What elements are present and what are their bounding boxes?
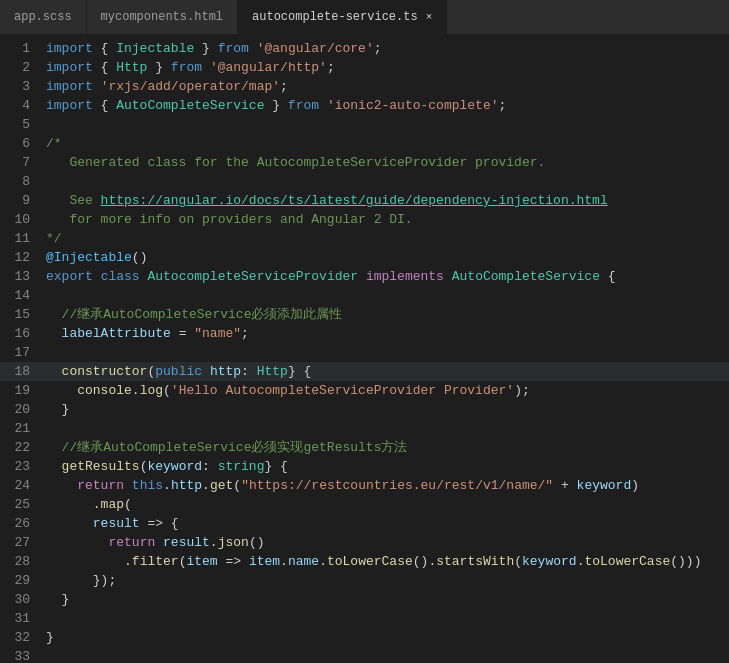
- line-content: [42, 115, 729, 134]
- token-var: keyword: [577, 478, 632, 493]
- tab-app-scss[interactable]: app.scss: [0, 0, 87, 34]
- token-cm: */: [46, 231, 62, 246]
- line-content: return result.json(): [42, 533, 729, 552]
- token-var: item: [249, 554, 280, 569]
- token-plain: +: [553, 478, 576, 493]
- code-line: 3import 'rxjs/add/operator/map';: [0, 77, 729, 96]
- token-plain: [46, 383, 77, 398]
- code-line: 26 result => {: [0, 514, 729, 533]
- token-plain: });: [46, 573, 116, 588]
- token-plain: [319, 98, 327, 113]
- code-line: 17: [0, 343, 729, 362]
- token-plain: .: [46, 554, 132, 569]
- token-plain: =: [171, 326, 194, 341]
- line-content: [42, 609, 729, 628]
- code-line: 14: [0, 286, 729, 305]
- token-kw: import: [46, 98, 93, 113]
- token-plain: (: [514, 554, 522, 569]
- token-plain: ())): [670, 554, 701, 569]
- line-number: 5: [0, 115, 42, 134]
- code-line: 8: [0, 172, 729, 191]
- tab-label: autocomplete-service.ts: [252, 10, 418, 24]
- line-number: 31: [0, 609, 42, 628]
- token-plain: [93, 269, 101, 284]
- line-number: 33: [0, 647, 42, 663]
- token-method: json: [218, 535, 249, 550]
- line-content: [42, 343, 729, 362]
- tabs-bar: app.scssmycomponents.htmlautocomplete-se…: [0, 0, 729, 35]
- token-plain: ;: [241, 326, 249, 341]
- token-plain: => {: [140, 516, 179, 531]
- token-method: startsWith: [436, 554, 514, 569]
- token-plain: [46, 516, 93, 531]
- token-prop: http: [171, 478, 202, 493]
- token-str: '@angular/http': [210, 60, 327, 75]
- token-kw: class: [101, 269, 140, 284]
- line-number: 27: [0, 533, 42, 552]
- token-plain: {: [93, 41, 116, 56]
- line-number: 23: [0, 457, 42, 476]
- code-line: 13export class AutocompleteServiceProvid…: [0, 267, 729, 286]
- line-number: 28: [0, 552, 42, 571]
- line-content: return this.http.get("https://restcountr…: [42, 476, 729, 495]
- line-number: 11: [0, 229, 42, 248]
- token-var: http: [210, 364, 241, 379]
- tab-close-button[interactable]: ×: [426, 11, 433, 23]
- token-plain: (: [233, 478, 241, 493]
- token-cm: Generated class for the AutocompleteServ…: [46, 155, 545, 170]
- token-fn: constructor: [62, 364, 148, 379]
- code-line: 23 getResults(keyword: string} {: [0, 457, 729, 476]
- code-line: 30 }: [0, 590, 729, 609]
- token-plain: [155, 535, 163, 550]
- token-method: toLowerCase: [584, 554, 670, 569]
- token-plain: }: [46, 402, 69, 417]
- token-plain: [46, 478, 77, 493]
- token-plain: } {: [264, 459, 287, 474]
- token-kw: import: [46, 41, 93, 56]
- token-method: filter: [132, 554, 179, 569]
- code-line: 11*/: [0, 229, 729, 248]
- token-plain: .: [210, 535, 218, 550]
- token-kw: public: [155, 364, 202, 379]
- line-content: labelAttribute = "name";: [42, 324, 729, 343]
- code-line: 18 constructor(public http: Http} {: [0, 362, 729, 381]
- line-number: 3: [0, 77, 42, 96]
- line-content: /*: [42, 134, 729, 153]
- token-str: 'ionic2-auto-complete': [327, 98, 499, 113]
- token-cm: //继承AutoCompleteService必须实现getResults方法: [46, 440, 407, 455]
- token-plain: [249, 41, 257, 56]
- code-line: 24 return this.http.get("https://restcou…: [0, 476, 729, 495]
- token-kw: this: [132, 478, 163, 493]
- token-var: keyword: [147, 459, 202, 474]
- code-line: 32}: [0, 628, 729, 647]
- token-kw: from: [288, 98, 319, 113]
- token-cn: AutoCompleteService: [116, 98, 264, 113]
- line-content: Generated class for the AutocompleteServ…: [42, 153, 729, 172]
- line-number: 18: [0, 362, 42, 381]
- token-plain: .: [163, 478, 171, 493]
- line-content: .filter(item => item.name.toLowerCase().…: [42, 552, 729, 571]
- line-number: 8: [0, 172, 42, 191]
- token-method: log: [140, 383, 163, 398]
- token-str: "name": [194, 326, 241, 341]
- code-line: 25 .map(: [0, 495, 729, 514]
- line-content: }: [42, 628, 729, 647]
- tab-autocomplete-service-ts[interactable]: autocomplete-service.ts×: [238, 0, 447, 34]
- token-plain: [46, 326, 62, 341]
- token-type: Http: [257, 364, 288, 379]
- line-content: export class AutocompleteServiceProvider…: [42, 267, 729, 286]
- line-content: //继承AutoCompleteService必须添加此属性: [42, 305, 729, 324]
- code-line: 9 See https://angular.io/docs/ts/latest/…: [0, 191, 729, 210]
- line-content: @Injectable(): [42, 248, 729, 267]
- line-content: */: [42, 229, 729, 248]
- token-method: map: [101, 497, 124, 512]
- token-plain: [46, 459, 62, 474]
- tab-mycomponents-html[interactable]: mycomponents.html: [87, 0, 238, 34]
- code-line: 4import { AutoCompleteService } from 'io…: [0, 96, 729, 115]
- token-prop: labelAttribute: [62, 326, 171, 341]
- token-plain: .: [202, 478, 210, 493]
- tab-label: app.scss: [14, 10, 72, 24]
- code-line: 16 labelAttribute = "name";: [0, 324, 729, 343]
- line-content: import { Injectable } from '@angular/cor…: [42, 39, 729, 58]
- token-plain: (): [132, 250, 148, 265]
